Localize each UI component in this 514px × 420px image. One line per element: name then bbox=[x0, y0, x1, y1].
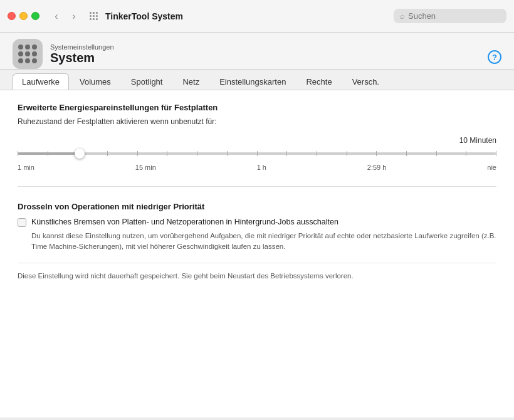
close-button[interactable] bbox=[8, 12, 16, 20]
grid-icon bbox=[90, 12, 98, 20]
checkbox-row: Künstliches Bremsen von Platten- und Net… bbox=[18, 218, 496, 227]
tab-versch[interactable]: Versch. bbox=[343, 73, 389, 90]
minimize-button[interactable] bbox=[19, 12, 28, 20]
section-energy: Erweiterte Energiespareinstellungen für … bbox=[18, 103, 496, 171]
maximize-button[interactable] bbox=[31, 12, 39, 20]
tab-spotlight[interactable]: Spotlight bbox=[122, 73, 172, 90]
nav-buttons: ‹ › bbox=[48, 9, 82, 23]
slider-value-text: 10 Minuten bbox=[459, 136, 496, 145]
traffic-lights bbox=[8, 12, 39, 20]
tabs-bar: Laufwerke Volumes Spotlight Netz Einstel… bbox=[0, 70, 514, 90]
app-subtitle: Systemeinstellungen bbox=[50, 43, 114, 51]
titlebar: ‹ › TinkerTool System ⌕ bbox=[0, 0, 514, 33]
slider-labels: 1 min 15 min 1 h 2:59 h nie bbox=[18, 164, 496, 171]
tab-einstellungskarten[interactable]: Einstellungskarten bbox=[210, 73, 295, 90]
forward-button[interactable]: › bbox=[66, 9, 82, 23]
section-divider bbox=[18, 186, 496, 187]
app-info: Systemeinstellungen System bbox=[50, 43, 114, 65]
tab-netz[interactable]: Netz bbox=[173, 73, 209, 90]
checkbox-description: Du kannst diese Einstellung nutzen, um v… bbox=[31, 231, 496, 253]
section1-subtitle: Ruhezustand der Festplatten aktivieren w… bbox=[18, 117, 496, 126]
throttle-checkbox[interactable] bbox=[18, 218, 26, 227]
checkbox-label: Künstliches Bremsen von Platten- und Net… bbox=[31, 218, 338, 226]
slider-label-1h: 1 h bbox=[257, 164, 266, 171]
section2-title: Drosseln von Operationen mit niedriger P… bbox=[18, 202, 496, 211]
section-throttle: Drosseln von Operationen mit niedriger P… bbox=[18, 202, 496, 253]
app-title: System bbox=[50, 51, 114, 65]
slider-fill bbox=[18, 152, 80, 155]
tab-rechte[interactable]: Rechte bbox=[296, 73, 341, 90]
app-icon-inner bbox=[18, 45, 37, 63]
search-icon: ⌕ bbox=[400, 11, 405, 21]
slider-label-15min: 15 min bbox=[135, 164, 156, 171]
help-button[interactable]: ? bbox=[488, 50, 501, 64]
main-content: Erweiterte Energiespareinstellungen für … bbox=[0, 90, 514, 417]
slider-label-259h: 2:59 h bbox=[367, 164, 387, 171]
slider-ticks bbox=[18, 151, 496, 156]
app-icon bbox=[13, 39, 43, 69]
slider-container[interactable] bbox=[18, 147, 496, 160]
slider-label-nie: nie bbox=[487, 164, 496, 171]
footer-note: Diese Einstellung wird nicht dauerhaft g… bbox=[18, 263, 496, 280]
slider-value-display: 10 Minuten bbox=[18, 136, 496, 145]
search-bar: ⌕ bbox=[394, 9, 506, 23]
search-input[interactable] bbox=[408, 11, 496, 21]
window-title: TinkerTool System bbox=[105, 11, 183, 21]
tab-laufwerke[interactable]: Laufwerke bbox=[13, 73, 69, 90]
slider-track bbox=[18, 152, 496, 155]
back-button[interactable]: ‹ bbox=[48, 9, 65, 23]
section1-title: Erweiterte Energiespareinstellungen für … bbox=[18, 103, 496, 112]
tab-volumes[interactable]: Volumes bbox=[70, 73, 120, 90]
slider-label-1min: 1 min bbox=[18, 164, 34, 171]
app-header: Systemeinstellungen System ? bbox=[0, 33, 514, 70]
slider-thumb[interactable] bbox=[75, 149, 85, 159]
